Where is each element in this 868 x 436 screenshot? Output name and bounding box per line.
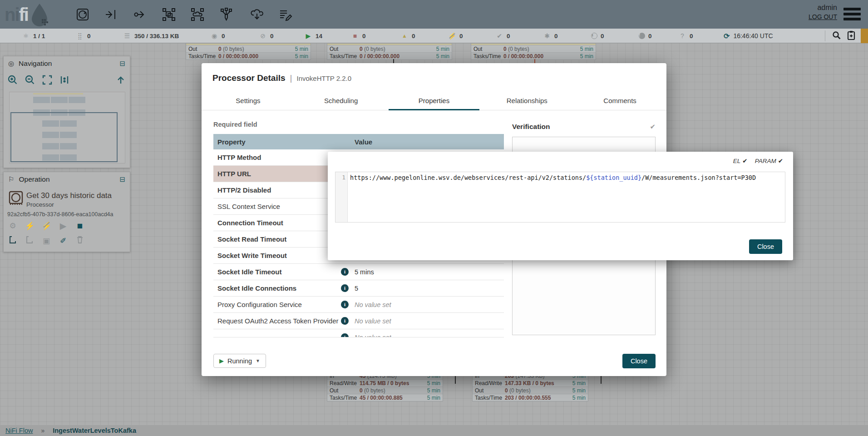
info-icon[interactable]: i <box>341 268 349 276</box>
menu-bar <box>843 13 861 15</box>
nifi-logo: nifi <box>5 3 51 26</box>
nifi-application: nifi <box>0 0 868 436</box>
stat-row-tasks: Tasks/Time0 / 00:00:00.0005 min <box>327 52 452 59</box>
info-icon[interactable]: i <box>341 317 349 325</box>
copy-button[interactable] <box>8 236 17 246</box>
property-row: Request OAuth2 Access Token ProvideriNo … <box>213 313 504 329</box>
run-state-button[interactable]: ▶ Running ▼ <box>213 354 266 368</box>
properties-table-header: PropertyValue <box>213 134 504 149</box>
settings-button[interactable] <box>845 30 857 41</box>
zoom-out-button[interactable] <box>24 74 36 86</box>
menu-bar <box>843 8 861 10</box>
operation-actions-row1: ⚙ ⚡ ⚡ ▶ ■ <box>8 220 84 231</box>
navigation-title: Navigation <box>19 59 115 68</box>
stop-button[interactable]: ■ <box>75 220 84 231</box>
up-arrow-icon <box>115 74 126 85</box>
collapse-operation-button[interactable]: ⊟ <box>119 175 125 183</box>
info-icon[interactable]: i <box>341 333 349 337</box>
selected-component-type: Processor <box>26 201 54 208</box>
fit-icon <box>42 74 53 85</box>
stat-row-out: Out0 (0 bytes)5 min <box>471 45 596 52</box>
group-button[interactable]: ▣ <box>42 236 51 246</box>
search-button[interactable] <box>831 30 843 41</box>
logo-text-ni: ni <box>5 5 19 25</box>
start-button[interactable]: ▶ <box>59 220 68 231</box>
stat-transmitting: ◉0 <box>210 29 225 43</box>
tab-relationships[interactable]: Relationships <box>480 93 573 110</box>
operation-panel: ⚐ Operation ⊟ Get 30 days historic data … <box>3 172 130 252</box>
paste-button[interactable] <box>25 236 34 246</box>
color-button[interactable]: ✐ <box>59 236 68 246</box>
zoom-actual-size-button[interactable] <box>58 74 71 86</box>
process-group-palette-button[interactable] <box>161 7 177 23</box>
disable-button[interactable]: ⚡ <box>42 220 51 231</box>
refresh-icon[interactable]: ⟳ <box>724 32 730 40</box>
value-editor-popup: EL✔ PARAM✔ 1 https://www.pegelonline.wsv… <box>328 152 793 260</box>
stat-not-transmitting: ⊘0 <box>259 29 274 43</box>
http-url-value[interactable]: https://www.pegelonline.wsv.de/webservic… <box>348 172 785 222</box>
property-row: Proxy Configuration ServiceiNo value set <box>213 297 504 313</box>
warning-icon: ▲ <box>400 33 409 39</box>
tab-properties[interactable]: Properties <box>388 93 481 110</box>
import-from-registry-palette-button[interactable] <box>249 7 265 23</box>
label-palette-button[interactable] <box>278 7 293 23</box>
breadcrumb-separator: » <box>41 427 44 434</box>
current-user: admin <box>809 4 837 12</box>
info-icon[interactable]: i <box>341 284 349 292</box>
paste-icon <box>26 236 33 243</box>
zoom-out-icon <box>25 74 35 85</box>
flow-status-indicator[interactable] <box>861 29 868 43</box>
tab-scheduling[interactable]: Scheduling <box>295 93 388 110</box>
account-area: admin LOG OUT <box>809 4 837 21</box>
configure-button[interactable]: ⚙ <box>8 220 17 231</box>
up-arrow-icon: ↑ <box>591 33 597 39</box>
running-icon: ▶ <box>304 32 312 40</box>
birdseye-minimap[interactable] <box>9 92 125 164</box>
tab-settings[interactable]: Settings <box>202 93 295 110</box>
delete-button[interactable] <box>75 236 84 246</box>
info-icon[interactable]: i <box>341 301 349 308</box>
stat-row-readwrite: Read/Write114.75 MB / 0 bytes5 min <box>327 379 443 386</box>
operation-title: Operation <box>19 175 115 183</box>
remote-process-group-icon <box>190 7 205 22</box>
breadcrumb: NiFi Flow » IngestWaterLevelsToKafka <box>0 425 868 436</box>
asterisk-icon: ✱ <box>543 32 551 40</box>
navigation-panel: ◎ Navigation ⊟ <box>3 56 130 168</box>
zoom-in-button[interactable] <box>6 74 19 86</box>
editor-close-button[interactable]: Close <box>749 239 782 254</box>
disabled-icon: ⚡ <box>448 32 456 40</box>
output-port-palette-button[interactable] <box>132 7 148 23</box>
property-row: Socket Idle Connectionsi5 <box>213 280 504 297</box>
funnel-palette-button[interactable] <box>219 7 234 23</box>
app-header: nifi <box>0 0 868 29</box>
tab-comments[interactable]: Comments <box>573 93 666 110</box>
exclamation-icon: ! <box>639 33 645 39</box>
breadcrumb-root-link[interactable]: NiFi Flow <box>5 427 33 434</box>
dialog-close-button[interactable]: Close <box>622 354 656 368</box>
processor-type-version: InvokeHTTP 2.2.0 <box>296 74 351 82</box>
transmitting-icon: ◉ <box>210 32 218 40</box>
enable-button[interactable]: ⚡ <box>25 220 34 231</box>
column-property: Property <box>217 138 341 146</box>
verification-check-icon[interactable]: ✔ <box>650 123 656 131</box>
processor-palette-button[interactable] <box>75 7 90 23</box>
property-row: iNo value set <box>213 329 504 337</box>
logout-link[interactable]: LOG OUT <box>809 13 837 20</box>
collapse-navigation-button[interactable]: ⊟ <box>119 59 125 68</box>
editor-badges: EL✔ PARAM✔ <box>733 157 783 164</box>
column-value: Value <box>355 138 504 146</box>
zoom-fit-button[interactable] <box>41 74 54 86</box>
navigate-up-button[interactable] <box>114 74 127 86</box>
minimap-viewport[interactable] <box>10 112 118 162</box>
property-row: Socket Idle Timeouti5 mins <box>213 264 504 280</box>
processor-stats-table: Out0 (0 bytes)5 min Tasks/Time0 / 00:00:… <box>327 43 452 60</box>
stat-invalid: ▲0 <box>400 29 415 43</box>
one-to-one-icon <box>59 74 70 85</box>
input-port-palette-button[interactable] <box>104 7 119 23</box>
remote-process-group-palette-button[interactable] <box>190 7 205 23</box>
not-transmitting-icon: ⊘ <box>259 32 267 40</box>
global-menu-button[interactable] <box>843 8 862 21</box>
value-code-editor[interactable]: 1 https://www.pegelonline.wsv.de/webserv… <box>335 172 785 223</box>
chevron-down-icon: ▼ <box>256 358 260 363</box>
operation-header: ⚐ Operation ⊟ <box>4 172 130 187</box>
